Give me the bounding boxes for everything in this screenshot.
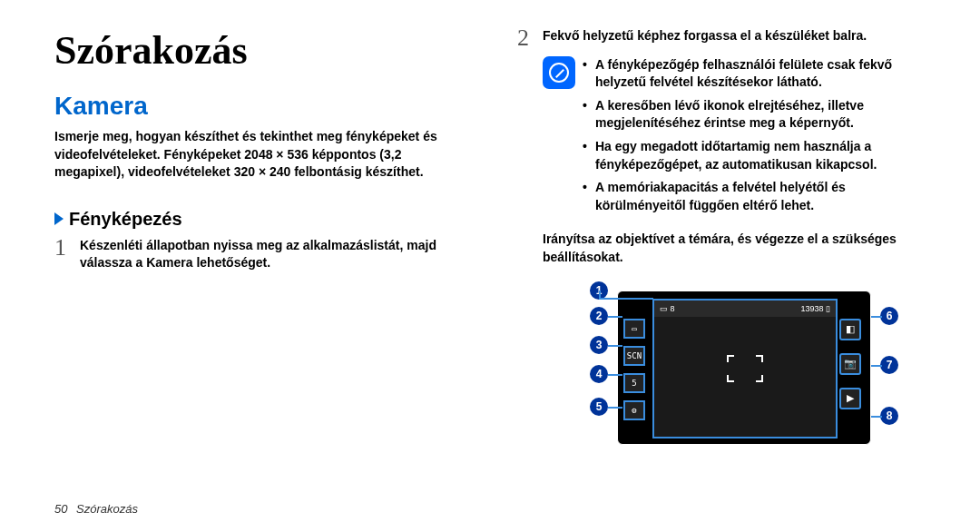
- step-1: 1 Készenléti állapotban nyissa meg az al…: [54, 237, 463, 272]
- camera-diagram: ▭ 8 13938 ▯ ▭ SCN 5 ⚙ ◧ 📷 ▶: [572, 281, 916, 454]
- step-2: 2 Fekvő helyzetű képhez forgassa el a ké…: [517, 27, 926, 45]
- footer-page-number: 50: [54, 502, 67, 516]
- note-bullet-2: A keresőben lévő ikonok elrejtéséhez, il…: [583, 97, 926, 133]
- step-2-text: Fekvő helyzetű képhez forgassa el a kész…: [543, 28, 867, 43]
- topbar-right-text: 13938 ▯: [800, 304, 830, 313]
- step-1-text: Készenléti állapotban nyissa meg az alka…: [80, 238, 436, 271]
- note-bullet-4: A memóriakapacitás a felvétel helyétől é…: [583, 179, 926, 214]
- sub-heading: Fényképezés: [54, 209, 463, 230]
- callout-3: 3: [590, 336, 608, 354]
- camera-settings-icon: ⚙: [623, 400, 645, 420]
- callout-8: 8: [880, 407, 898, 425]
- camera-gallery-icon: ▶: [839, 388, 861, 409]
- footer-section-name: Szórakozás: [76, 502, 138, 516]
- footer: 50 Szórakozás: [54, 502, 138, 516]
- camera-switch-icon: ◧: [839, 319, 861, 340]
- callout-2: 2: [590, 307, 608, 325]
- note-icon: [543, 56, 575, 89]
- camera-mode-icon: ▭: [623, 319, 645, 339]
- page-title: Szórakozás: [54, 27, 463, 74]
- note-bullets: A fényképezőgép felhasználói felülete cs…: [583, 56, 926, 221]
- step-2-number: 2: [517, 22, 529, 54]
- callout-7: 7: [880, 356, 898, 374]
- chevron-right-icon: [54, 212, 64, 225]
- intro-text: Ismerje meg, hogyan készíthet és tekinth…: [54, 128, 463, 182]
- camera-scn-icon: SCN: [623, 346, 645, 366]
- note-bullet-1: A fényképezőgép felhasználói felülete cs…: [583, 56, 926, 92]
- camera-body: ▭ 8 13938 ▯ ▭ SCN 5 ⚙ ◧ 📷 ▶: [617, 291, 871, 445]
- callout-6: 6: [880, 307, 898, 325]
- direction-text: Irányítsa az objektívet a témára, és vég…: [517, 231, 926, 266]
- camera-shutter-icon: 📷: [839, 353, 861, 375]
- note-block: A fényképezőgép felhasználói felülete cs…: [517, 56, 926, 221]
- step-1-number: 1: [54, 232, 66, 264]
- camera-topbar: ▭ 8 13938 ▯: [652, 299, 838, 317]
- callout-4: 4: [590, 365, 608, 383]
- section-heading: Kamera: [54, 92, 463, 121]
- camera-ev-icon: 5: [623, 373, 645, 393]
- sub-heading-text: Fényképezés: [69, 209, 182, 230]
- callout-5: 5: [590, 398, 608, 416]
- topbar-left-text: ▭ 8: [660, 304, 675, 313]
- focus-brackets-icon: [727, 355, 763, 382]
- note-bullet-3: Ha egy megadott időtartamig nem használj…: [583, 138, 926, 173]
